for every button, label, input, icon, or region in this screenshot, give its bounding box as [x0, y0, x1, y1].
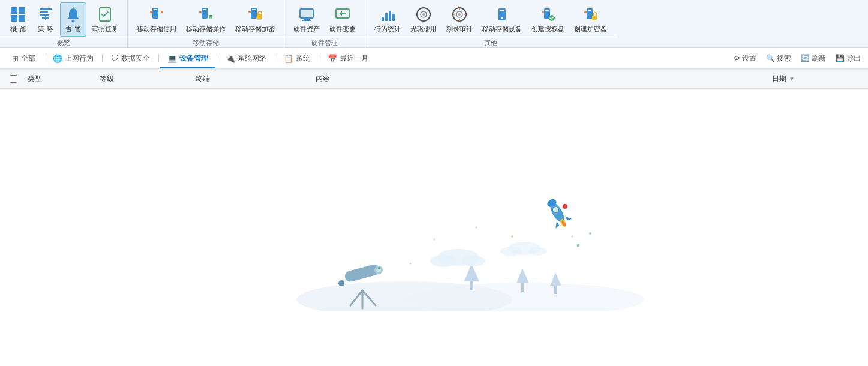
search-label: 搜索 [777, 53, 791, 64]
settings-icon: ⚙ [734, 54, 740, 62]
toolbar-group-mobile: 移动存储使用 移动存储操作 [128, 0, 284, 47]
svg-rect-21 [252, 9, 256, 10]
svg-point-86 [563, 204, 567, 209]
tab-sep-5 [275, 54, 275, 62]
settings-label: 设置 [742, 53, 756, 64]
toolbar-btn-strategy[interactable]: 策 略 [32, 2, 59, 37]
svg-point-76 [475, 227, 477, 229]
tab-data-security-icon: 🛡 [111, 54, 119, 63]
mobile-usage-icon [148, 5, 165, 23]
svg-marker-58 [516, 268, 529, 283]
refresh-btn[interactable]: 🔄 刷新 [798, 52, 828, 65]
main-content [0, 89, 868, 366]
svg-point-36 [422, 13, 425, 16]
tab-web[interactable]: 🌐 上网行为 [46, 50, 101, 68]
svg-point-74 [378, 267, 380, 269]
date-sort-icon[interactable]: ▼ [789, 76, 795, 82]
settings-btn[interactable]: ⚙ 设置 [731, 52, 759, 65]
svg-rect-70 [343, 263, 381, 283]
col-level-label: 等级 [100, 74, 114, 84]
tab-all-label: 全部 [21, 53, 35, 64]
svg-rect-22 [248, 11, 251, 13]
export-icon: 💾 [836, 54, 845, 62]
svg-rect-3 [19, 15, 25, 22]
toolbar-btn-mobile-usage[interactable]: 移动存储使用 [133, 2, 181, 37]
hw-asset-label: 硬件资产 [293, 25, 320, 34]
toolbar-btn-approve[interactable]: 审批任务 [88, 2, 122, 37]
toolbar-btn-burn-audit[interactable]: 刻录审计 [442, 2, 477, 37]
empty-state-svg [284, 179, 644, 311]
svg-rect-13 [154, 9, 157, 10]
svg-rect-45 [545, 10, 549, 11]
toolbar-btn-optical-use[interactable]: 光驱使用 [406, 2, 441, 37]
tab-system[interactable]: 📋 系统 [277, 50, 317, 68]
refresh-label: 刷新 [812, 53, 826, 64]
svg-point-66 [528, 247, 547, 256]
behavior-stat-label: 行为统计 [374, 25, 401, 34]
toolbar-btn-create-encrypt[interactable]: 创建加密盘 [570, 2, 611, 37]
tab-last-month[interactable]: 📅 最近一月 [320, 50, 376, 68]
select-all-checkbox[interactable] [10, 75, 17, 83]
export-label: 导出 [846, 53, 861, 64]
tab-all[interactable]: ⊞ 全部 [5, 50, 43, 68]
approve-icon [97, 5, 113, 23]
svg-rect-42 [500, 10, 504, 11]
tab-all-icon: ⊞ [12, 54, 19, 63]
toolbar-btn-create-auth[interactable]: 创建授权盘 [527, 2, 569, 37]
col-header-date[interactable]: 日期 ▼ [767, 74, 863, 84]
create-auth-label: 创建授权盘 [531, 25, 564, 34]
behavior-stat-icon [379, 5, 396, 23]
svg-marker-82 [552, 221, 560, 229]
svg-rect-28 [302, 20, 311, 21]
tab-sep-4 [217, 54, 217, 62]
tabbar-right: ⚙ 设置 🔍 搜索 🔄 刷新 💾 导出 [731, 52, 863, 65]
svg-rect-26 [301, 10, 312, 17]
optical-use-icon [415, 5, 432, 23]
tab-system-label: 系统 [296, 53, 310, 64]
mobile-usage-label: 移动存储使用 [137, 25, 176, 34]
svg-rect-16 [161, 11, 163, 13]
svg-rect-10 [73, 7, 74, 9]
toolbar-btn-mobile-op[interactable]: 移动存储操作 [182, 2, 230, 37]
svg-marker-83 [564, 214, 572, 221]
col-terminal-label: 终端 [196, 74, 210, 84]
col-header-level: 等级 [95, 74, 191, 84]
tab-system-icon: 📋 [284, 54, 293, 63]
toolbar-btn-hw-asset[interactable]: 硬件资产 [289, 2, 324, 37]
col-header-content: 内容 [311, 74, 767, 84]
toolbar-group-overview: 概 览 策 略 [0, 0, 128, 47]
other-group-label: 其他 [365, 37, 616, 50]
toolbar-btn-hw-change[interactable]: 硬件变更 [325, 2, 360, 37]
tab-device-mgmt-label: 设备管理 [179, 53, 208, 64]
toolbar-btn-alert[interactable]: 告 警 [60, 2, 86, 37]
svg-point-89 [511, 235, 513, 238]
tab-sep-2 [102, 54, 103, 62]
toolbar-btn-behavior-stat[interactable]: 行为统计 [370, 2, 405, 37]
tab-sep-6 [319, 54, 319, 62]
toolbar-group-hardware-items: 硬件资产 硬件变更 [284, 0, 365, 37]
svg-point-77 [571, 235, 573, 238]
tab-data-security[interactable]: 🛡 数据安全 [104, 50, 157, 68]
toolbar-group-hardware: 硬件资产 硬件变更 硬件管理 [284, 0, 365, 47]
mobile-device-label: 移动存储设备 [482, 25, 522, 34]
create-encrypt-label: 创建加密盘 [574, 25, 607, 34]
toolbar-btn-overview[interactable]: 概 览 [5, 2, 31, 37]
search-btn[interactable]: 🔍 搜索 [764, 52, 794, 65]
create-auth-icon [540, 5, 557, 23]
export-btn[interactable]: 💾 导出 [833, 52, 863, 65]
col-header-checkbox[interactable] [5, 75, 23, 83]
mobile-op-icon [197, 5, 214, 23]
col-content-label: 内容 [316, 74, 330, 84]
tab-web-label: 上网行为 [65, 53, 94, 64]
col-header-type: 类型 [23, 74, 95, 84]
svg-point-43 [501, 17, 503, 19]
toolbar-btn-mobile-device[interactable]: 移动存储设备 [478, 2, 526, 37]
svg-rect-15 [150, 11, 152, 13]
tab-sys-network[interactable]: 🔌 系统网络 [218, 50, 274, 68]
svg-point-63 [461, 256, 485, 266]
refresh-icon: 🔄 [801, 54, 810, 62]
tab-web-icon: 🌐 [53, 54, 62, 63]
tab-device-mgmt[interactable]: 💻 设备管理 [160, 50, 215, 68]
toolbar-btn-mobile-encrypt[interactable]: 移动存储加密 [231, 2, 279, 37]
mobile-group-label: 移动存储 [128, 37, 284, 50]
